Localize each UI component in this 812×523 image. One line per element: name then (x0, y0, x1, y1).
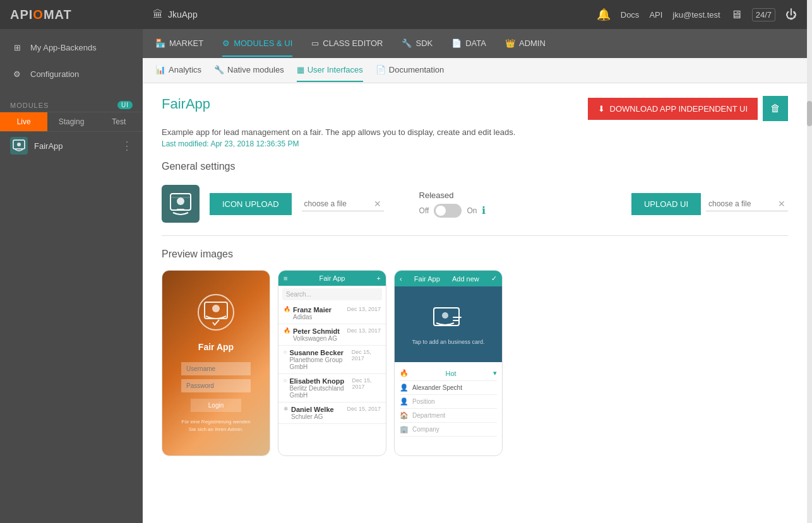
list-item: 🔥 Peter Schmidt Volkswagen AG Dec 13, 20… (278, 324, 386, 346)
nav-documentation[interactable]: 📄 Documentation (376, 59, 444, 82)
nav-label: Analytics (169, 65, 201, 74)
field-value: Alexander Specht (412, 384, 462, 391)
svg-point-8 (212, 305, 220, 312)
sidebar-item-configuration[interactable]: ⚙ Configuration (0, 61, 143, 87)
phone1-app-name: Fair App (181, 342, 251, 352)
screen-icon[interactable]: 🖥 (731, 8, 742, 21)
list-item: ❄ Daniel Welke Schuler AG Dec 15, 2017 (278, 403, 386, 424)
nav-analytics[interactable]: 📊 Analytics (155, 59, 201, 82)
list-item-company: Schuler AG (291, 413, 334, 420)
power-icon[interactable]: ⏻ (785, 8, 797, 21)
general-settings-title: General settings (162, 161, 788, 172)
module-item-fairapp[interactable]: FairApp ⋮ (0, 131, 143, 160)
phone3-header: ‹ Fair App Add new ✓ (395, 271, 502, 286)
phone3-back-label: Fair App (414, 275, 440, 283)
download-app-button[interactable]: ⬇ DOWNLOAD APP INDEPENDENT UI (588, 98, 758, 120)
preview-image-3: ‹ Fair App Add new ✓ (394, 270, 503, 456)
phone2-list: 🔥 Franz Maier Adidas Dec 13, 2017 🔥 (278, 303, 386, 424)
bell-icon[interactable]: 🔔 (597, 8, 611, 21)
phone-support-icon[interactable]: 24/7 (752, 8, 775, 21)
fairapp-description: Example app for lead management on a fai… (162, 127, 788, 137)
data-icon: 📄 (451, 38, 462, 48)
modules-label: MODULES (10, 102, 49, 109)
nav-label: DATA (465, 38, 486, 48)
icon-file-input[interactable] (302, 197, 371, 211)
nav-label: ADMIN (519, 38, 546, 48)
phone2-title: Fair App (319, 274, 345, 282)
phone3-priority-dropdown[interactable]: 🔥 Hot ▾ (400, 366, 497, 381)
list-item-date: Dec 13, 2017 (347, 327, 381, 334)
icon-file-clear-button[interactable]: ✕ (371, 199, 384, 209)
tab-live[interactable]: Live (0, 112, 47, 131)
phone3-field-position: 👤 Position (400, 395, 497, 409)
upload-ui-button[interactable]: UPLOAD UI (631, 193, 701, 215)
delete-button[interactable]: 🗑 (763, 96, 788, 121)
phone1-register-text: Für eine Registrierung wenden Sie sich a… (181, 418, 251, 432)
topbar-left: 🏛 JkuApp (153, 9, 198, 20)
app-name: JkuApp (168, 9, 198, 20)
released-label: Released (419, 191, 486, 200)
fairapp-title: FairApp (162, 96, 210, 112)
list-item-left: ❄ Daniel Welke Schuler AG (284, 406, 334, 420)
list-item-name: Franz Maier (293, 306, 331, 314)
nav-user-interfaces[interactable]: ▦ User Interfaces (297, 59, 363, 82)
list-item-company: Volkswagen AG (293, 335, 340, 342)
nav-native-modules[interactable]: 🔧 Native modules (214, 59, 284, 82)
nav-data[interactable]: 📄 DATA (451, 31, 486, 57)
list-item-left: 🔥 Franz Maier Adidas (284, 306, 331, 320)
phone2-add-icon: + (377, 274, 381, 282)
released-group: Released Off On ℹ (419, 191, 486, 218)
phone1-login-button[interactable]: Login (191, 399, 241, 412)
class-editor-icon: ▭ (311, 38, 319, 48)
list-item-name: Elisabeth Knopp (289, 377, 352, 385)
toggle-on-label: On (467, 206, 477, 215)
app-icon-preview (162, 185, 200, 223)
nav-label: User Interfaces (307, 65, 363, 74)
ui-file-clear-button[interactable]: ✕ (775, 199, 788, 209)
last-modified: Last modified: Apr 23, 2018 12:36:35 PM (162, 139, 788, 148)
phone2-menu-icon: ≡ (284, 274, 287, 282)
phone3-priority-label: Hot (445, 370, 456, 377)
list-item-name: Peter Schmidt (293, 327, 340, 335)
list-item: ○ Susanne Becker Planethome Group GmbH D… (278, 346, 386, 374)
module-menu-icon[interactable]: ⋮ (121, 139, 133, 153)
toggle-off-label: Off (419, 206, 429, 215)
list-item-left: ○ Susanne Becker Planethome Group GmbH (284, 349, 352, 370)
svg-point-1 (17, 143, 21, 146)
trash-icon: 🗑 (770, 103, 780, 114)
ui-file-input[interactable] (706, 197, 775, 211)
list-item-left: 🔥 Peter Schmidt Volkswagen AG (284, 327, 340, 342)
list-item-name: Daniel Welke (291, 406, 334, 413)
tab-staging[interactable]: Staging (47, 112, 95, 131)
svg-rect-11 (453, 317, 462, 318)
list-item-company: Planethome Group GmbH (289, 356, 351, 370)
phone2-search[interactable]: Search... (282, 288, 382, 300)
phone3-back-icon: ‹ (400, 275, 402, 283)
nav-market[interactable]: 🏪 MARKET (155, 31, 203, 57)
nav-modules-ui[interactable]: ⚙ MODULES & UI (222, 31, 292, 57)
phone1-username-input[interactable] (181, 362, 251, 375)
tab-test[interactable]: Test (95, 112, 143, 131)
released-toggle[interactable] (434, 204, 462, 218)
fairapp-actions: ⬇ DOWNLOAD APP INDEPENDENT UI 🗑 (588, 96, 788, 121)
nav-sdk[interactable]: 🔧 SDK (402, 31, 433, 57)
gear-icon: ⚙ (10, 67, 24, 81)
user-email[interactable]: jku@test.test (672, 10, 720, 20)
list-item-date: Dec 13, 2017 (347, 306, 381, 312)
native-modules-icon: 🔧 (214, 65, 224, 74)
scroll-thumb[interactable] (807, 101, 812, 126)
app-building-icon: 🏛 (153, 9, 163, 20)
analytics-icon: 📊 (155, 65, 165, 74)
docs-link[interactable]: Docs (621, 10, 640, 20)
icon-upload-button[interactable]: ICON UPLOAD (210, 193, 292, 215)
sidebar-item-my-app-backends[interactable]: ⊞ My App-Backends (0, 34, 143, 61)
scrollbar[interactable] (807, 0, 812, 523)
nav-class-editor[interactable]: ▭ CLASS EDITOR (311, 31, 383, 57)
preview-image-1: Fair App Login Für eine Registrierung we… (162, 270, 270, 456)
modules-section-header: MODULES UI (0, 97, 143, 112)
phone1-password-input[interactable] (181, 379, 251, 392)
nav-admin[interactable]: 👑 ADMIN (505, 31, 546, 57)
ui-file-input-group: ✕ (706, 197, 788, 211)
api-link[interactable]: API (649, 10, 662, 20)
info-icon[interactable]: ℹ (482, 204, 486, 216)
